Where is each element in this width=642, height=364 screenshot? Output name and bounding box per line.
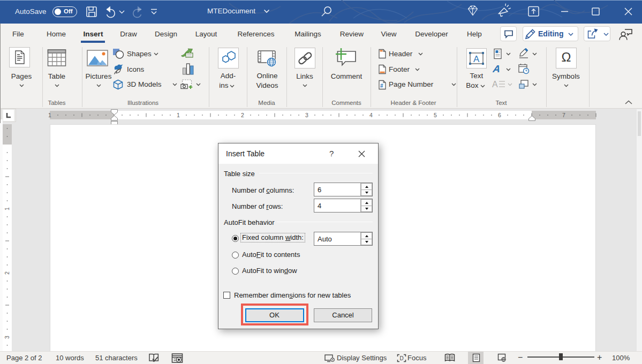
svg-text:D: D	[400, 355, 404, 361]
svg-text:A: A	[493, 64, 501, 74]
svg-text:6: 6	[498, 112, 501, 118]
svg-text:1: 1	[177, 112, 180, 118]
svg-text:1: 1	[4, 207, 10, 210]
svg-text:2: 2	[241, 112, 244, 118]
svg-text:5: 5	[434, 112, 437, 118]
svg-text:2: 2	[4, 271, 10, 275]
svg-text:7: 7	[562, 112, 565, 118]
svg-text:3: 3	[4, 336, 10, 339]
svg-text:3: 3	[305, 112, 308, 118]
svg-text:A: A	[473, 54, 480, 64]
svg-text:4: 4	[369, 112, 373, 118]
svg-text:#: #	[380, 83, 383, 89]
svg-text:A: A	[492, 80, 498, 89]
svg-text:1: 1	[48, 112, 51, 118]
